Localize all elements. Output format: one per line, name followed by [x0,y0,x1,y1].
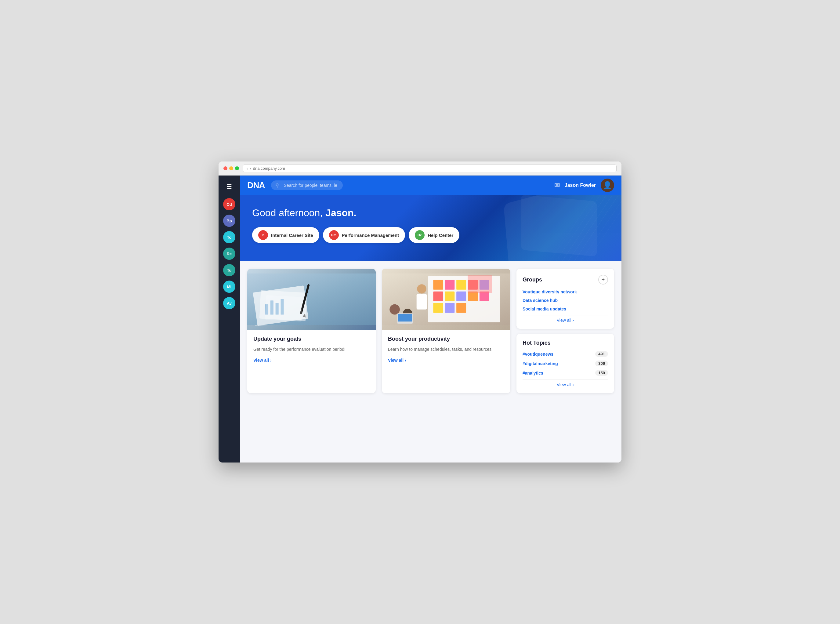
hot-topics-title: Hot Topics [523,340,551,346]
group-item-socialmedia[interactable]: Social media updates [523,306,608,311]
hot-topic-count-1: 491 [595,351,608,357]
shortcut-help-center[interactable]: Hc Help Center [409,227,459,243]
sidebar-item-av[interactable]: Av [223,297,235,309]
productivity-card-body: Boost your productivity Learn how to man… [382,330,510,369]
user-name-label: Jason Fowler [565,182,596,188]
productivity-card: Boost your productivity Learn how to man… [382,269,510,393]
svg-line-6 [533,195,594,261]
user-avatar[interactable]: 👤 [601,179,614,192]
url-text: dna.company.com [253,166,285,171]
hot-topic-analytics[interactable]: #analytics [523,371,543,375]
svg-point-33 [389,304,400,315]
svg-point-31 [417,284,426,293]
group-item-datascience[interactable]: Data science hub [523,298,608,303]
sidebar-item-mi[interactable]: Mi [223,281,235,293]
productivity-card-image [382,269,510,330]
hot-topic-digitalmarketing[interactable]: #digitalmarketing [523,361,558,366]
shortcut-ic-badge: Ic [258,230,268,240]
navbar-right: ✉ Jason Fowler 👤 [554,179,614,192]
search-wrapper: ⚲ [271,181,405,190]
svg-line-4 [570,210,621,261]
productivity-view-all-link[interactable]: View all › [388,358,406,363]
svg-rect-18 [433,280,443,290]
groups-card: Groups + Voutique diversity network Data… [516,269,614,329]
goals-card-image [247,269,376,330]
notification-icon[interactable]: ✉ [554,181,560,189]
goals-view-all-link[interactable]: View all › [253,358,272,363]
goals-card-body: Update your goals Get ready for the perf… [247,330,376,369]
sidebar: ☰ Cd Bp To Re Tu Mi Av [219,176,240,462]
shortcut-performance[interactable]: Pm Performance Management [323,227,405,243]
svg-rect-12 [276,303,279,315]
sidebar-item-tu[interactable]: Tu [223,264,235,276]
hero-shortcuts: Ic Internal Career Site Pm Performance M… [252,227,609,243]
svg-rect-9 [259,290,307,321]
content-grid: Update your goals Get ready for the perf… [247,269,614,393]
hot-topic-count-2: 306 [595,361,608,366]
svg-rect-19 [445,280,454,290]
shortcut-ic-label: Internal Career Site [271,233,313,238]
hot-topic-voutiquenews[interactable]: #voutiquenews [523,352,553,357]
right-column: Groups + Voutique diversity network Data… [516,269,614,393]
svg-rect-29 [445,303,454,313]
svg-rect-24 [445,292,454,301]
goals-card-text: Get ready for the performance evaluation… [253,346,370,352]
search-input[interactable] [271,181,343,190]
shortcut-pm-label: Performance Management [342,233,399,238]
maximize-dot[interactable] [235,166,239,170]
main-content: DNA ⚲ ✉ Jason Fowler 👤 [240,176,621,462]
svg-rect-30 [456,303,466,313]
productivity-card-text: Learn how to manage schedules, tasks, an… [388,346,504,352]
content-area: Update your goals Get ready for the perf… [240,261,621,462]
app-container: ☰ Cd Bp To Re Tu Mi Av [219,176,621,462]
minimize-dot[interactable] [229,166,233,170]
svg-rect-11 [270,300,273,314]
svg-rect-27 [480,292,489,301]
sidebar-item-re[interactable]: Re [223,247,235,260]
svg-line-5 [539,195,600,261]
hot-topic-row-2: #digitalmarketing 306 [523,361,608,366]
url-bar[interactable]: ‹ › dna.company.com [242,165,616,172]
hero-banner: Good afternoon, Jason. Ic Internal Caree… [240,195,621,261]
browser-dots [224,166,239,170]
browser-window: ‹ › dna.company.com ☰ Cd Bp To Re Tu [219,162,621,462]
svg-line-3 [564,201,621,261]
nav-back-icon[interactable]: ‹ [247,166,248,171]
hero-decoration [530,195,621,261]
hero-greeting: Good afternoon, Jason. [252,207,609,219]
svg-rect-32 [417,294,427,310]
group-item-voutique[interactable]: Voutique diversity network [523,289,608,294]
groups-card-header: Groups + [523,275,608,284]
browser-chrome: ‹ › dna.company.com [219,162,621,176]
hot-topics-header: Hot Topics [523,340,608,346]
app-logo: DNA [247,181,265,190]
hot-topics-view-all[interactable]: View all › [523,380,608,387]
svg-rect-23 [433,292,443,301]
svg-rect-28 [433,303,443,313]
close-dot[interactable] [224,166,227,170]
svg-rect-20 [456,280,466,290]
svg-rect-22 [480,280,489,290]
svg-rect-10 [265,304,268,315]
groups-title: Groups [523,276,542,283]
shortcut-hc-badge: Hc [415,230,425,240]
sidebar-item-to[interactable]: To [223,231,235,243]
svg-rect-21 [468,280,478,290]
productivity-card-title: Boost your productivity [388,336,504,342]
nav-forward-icon[interactable]: › [250,166,251,171]
groups-view-all[interactable]: View all › [523,315,608,323]
shortcut-pm-badge: Pm [329,230,339,240]
goals-card-title: Update your goals [253,336,370,342]
svg-rect-13 [281,299,284,315]
menu-icon[interactable]: ☰ [224,181,235,193]
hot-topic-row-3: #analytics 150 [523,370,608,376]
svg-rect-7 [247,273,376,325]
sidebar-item-bp[interactable]: Bp [223,215,235,227]
svg-rect-26 [468,292,478,301]
sidebar-item-cd[interactable]: Cd [223,198,235,210]
navbar: DNA ⚲ ✉ Jason Fowler 👤 [240,176,621,195]
shortcut-internal-career[interactable]: Ic Internal Career Site [252,227,319,243]
add-group-button[interactable]: + [598,275,608,284]
goals-card: Update your goals Get ready for the perf… [247,269,376,393]
shortcut-hc-label: Help Center [428,233,453,238]
